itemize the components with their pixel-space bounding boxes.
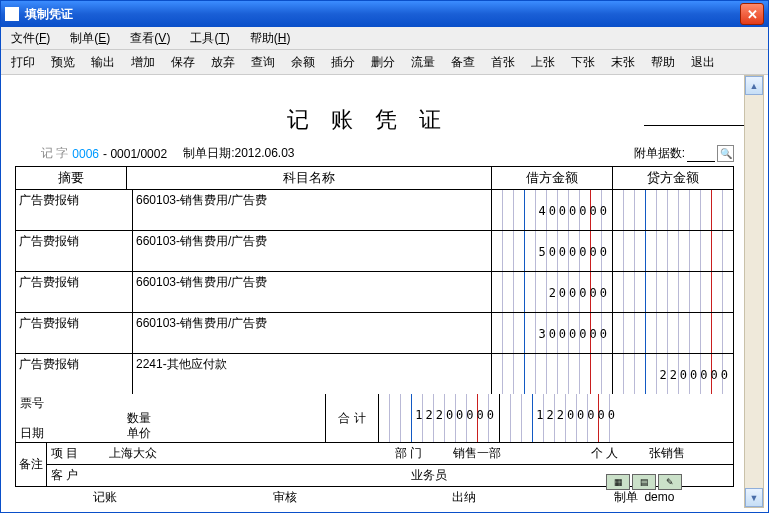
dept-value[interactable]: 销售一部 — [449, 443, 587, 464]
tool-输出[interactable]: 输出 — [87, 52, 119, 73]
cell-subject[interactable]: 2241-其他应付款 — [133, 354, 492, 394]
tool-帮助[interactable]: 帮助 — [647, 52, 679, 73]
cell-credit[interactable] — [613, 231, 733, 271]
remark-label: 备注 — [16, 443, 47, 486]
tool-保存[interactable]: 保存 — [167, 52, 199, 73]
scroll-up-button[interactable]: ▲ — [745, 76, 763, 95]
voucher-number-b: 0001/0002 — [110, 147, 167, 161]
cell-credit[interactable] — [613, 190, 733, 230]
cell-summary[interactable]: 广告费报销 — [16, 313, 133, 353]
sig-audit: 审核 — [195, 489, 375, 506]
tool-末张[interactable]: 末张 — [607, 52, 639, 73]
menu-h[interactable]: 帮助(H) — [246, 28, 295, 49]
voucher-date[interactable]: 2012.06.03 — [234, 146, 294, 160]
vertical-scrollbar[interactable]: ▲ ▼ — [744, 75, 764, 508]
customer-value[interactable] — [105, 465, 407, 486]
sum-label: 合 计 — [326, 394, 379, 442]
table-row[interactable]: 广告费报销660103-销售费用/广告费200000 — [16, 272, 733, 313]
tool-上张[interactable]: 上张 — [527, 52, 559, 73]
cell-summary[interactable]: 广告费报销 — [16, 231, 133, 271]
cell-subject[interactable]: 660103-销售费用/广告费 — [133, 272, 492, 312]
table-row[interactable]: 广告费报销660103-销售费用/广告费4000000 — [16, 190, 733, 231]
tool-放弃[interactable]: 放弃 — [207, 52, 239, 73]
menu-v[interactable]: 查看(V) — [126, 28, 174, 49]
app-icon — [5, 7, 19, 21]
salesman-label: 业务员 — [407, 465, 465, 486]
cell-debit[interactable]: 4000000 — [492, 190, 613, 230]
tool-首张[interactable]: 首张 — [487, 52, 519, 73]
tool-余额[interactable]: 余额 — [287, 52, 319, 73]
col-summary: 摘要 — [16, 167, 127, 189]
document-title: 记账凭证 — [5, 105, 744, 135]
dept-label: 部 门 — [391, 443, 449, 464]
cell-credit[interactable]: 2200000 — [613, 354, 733, 394]
meta-row: 记 字 0006 - 0001/0002 制单日期:2012.06.03 附单据… — [5, 145, 744, 166]
titlebar: 填制凭证 ✕ — [1, 1, 768, 27]
grid-header: 摘要 科目名称 借方金额 贷方金额 — [16, 167, 733, 190]
tool-打印[interactable]: 打印 — [7, 52, 39, 73]
menubar: 文件(F)制单(E)查看(V)工具(T)帮助(H) — [1, 27, 768, 50]
project-label: 项 目 — [47, 443, 105, 464]
mini-btn-3[interactable]: ✎ — [658, 474, 682, 490]
cell-debit[interactable]: 3000000 — [492, 313, 613, 353]
project-value[interactable]: 上海大众 — [105, 443, 391, 464]
debit-total: 12200000 — [379, 394, 500, 442]
cell-summary[interactable]: 广告费报销 — [16, 354, 133, 394]
cell-subject[interactable]: 660103-销售费用/广告费 — [133, 231, 492, 271]
person-value[interactable]: 张销售 — [645, 443, 733, 464]
tool-预览[interactable]: 预览 — [47, 52, 79, 73]
tool-插分[interactable]: 插分 — [327, 52, 359, 73]
tool-退出[interactable]: 退出 — [687, 52, 719, 73]
window-title: 填制凭证 — [25, 6, 740, 23]
sig-cashier: 出纳 — [375, 489, 555, 506]
col-debit: 借方金额 — [492, 167, 613, 189]
credit-total: 12200000 — [500, 394, 620, 442]
cell-subject[interactable]: 660103-销售费用/广告费 — [133, 313, 492, 353]
tool-备查[interactable]: 备查 — [447, 52, 479, 73]
cell-debit[interactable] — [492, 354, 613, 394]
signature-row: 记账 审核 出纳 制单 demo — [15, 489, 734, 506]
content-area: 记账凭证 记 字 0006 - 0001/0002 制单日期:2012.06.0… — [5, 75, 744, 508]
tool-下张[interactable]: 下张 — [567, 52, 599, 73]
mini-btn-2[interactable]: ▤ — [632, 474, 656, 490]
cell-summary[interactable]: 广告费报销 — [16, 272, 133, 312]
sig-posting: 记账 — [15, 489, 195, 506]
cell-debit[interactable]: 5000000 — [492, 231, 613, 271]
mini-btn-1[interactable]: ▦ — [606, 474, 630, 490]
table-row[interactable]: 广告费报销660103-销售费用/广告费5000000 — [16, 231, 733, 272]
cell-subject[interactable]: 660103-销售费用/广告费 — [133, 190, 492, 230]
date-label: 制单日期: — [183, 146, 234, 160]
tool-删分[interactable]: 删分 — [367, 52, 399, 73]
ticket-box: 票号 日期 数量单价 — [16, 394, 326, 442]
menu-t[interactable]: 工具(T) — [186, 28, 233, 49]
scroll-down-button[interactable]: ▼ — [745, 488, 763, 507]
title-underline — [644, 125, 754, 126]
voucher-grid: 摘要 科目名称 借方金额 贷方金额 广告费报销660103-销售费用/广告费40… — [15, 166, 734, 443]
col-subject: 科目名称 — [127, 167, 492, 189]
close-button[interactable]: ✕ — [740, 3, 764, 25]
app-window: 填制凭证 ✕ 文件(F)制单(E)查看(V)工具(T)帮助(H) 打印预览输出增… — [0, 0, 769, 513]
scroll-track[interactable] — [745, 95, 763, 488]
table-row[interactable]: 广告费报销660103-销售费用/广告费3000000 — [16, 313, 733, 354]
cell-debit[interactable]: 200000 — [492, 272, 613, 312]
col-credit: 贷方金额 — [613, 167, 733, 189]
sig-maker: 制单 demo — [554, 489, 734, 506]
dash: - — [103, 147, 110, 161]
toolbar: 打印预览输出增加保存放弃查询余额插分删分流量备查首张上张下张末张帮助退出 — [1, 50, 768, 75]
cell-summary[interactable]: 广告费报销 — [16, 190, 133, 230]
mini-toolbar: ▦ ▤ ✎ — [606, 474, 682, 490]
tool-流量[interactable]: 流量 — [407, 52, 439, 73]
table-row[interactable]: 广告费报销2241-其他应付款2200000 — [16, 354, 733, 394]
attachment-label: 附单据数: — [634, 145, 685, 162]
menu-e[interactable]: 制单(E) — [66, 28, 114, 49]
tool-查询[interactable]: 查询 — [247, 52, 279, 73]
attachment-count-input[interactable] — [687, 145, 715, 162]
person-label: 个 人 — [587, 443, 645, 464]
tool-增加[interactable]: 增加 — [127, 52, 159, 73]
cell-credit[interactable] — [613, 272, 733, 312]
voucher-number-a[interactable]: 0006 — [72, 147, 99, 161]
salesman-value[interactable] — [465, 465, 733, 486]
menu-f[interactable]: 文件(F) — [7, 28, 54, 49]
search-icon[interactable]: 🔍 — [717, 145, 734, 162]
cell-credit[interactable] — [613, 313, 733, 353]
